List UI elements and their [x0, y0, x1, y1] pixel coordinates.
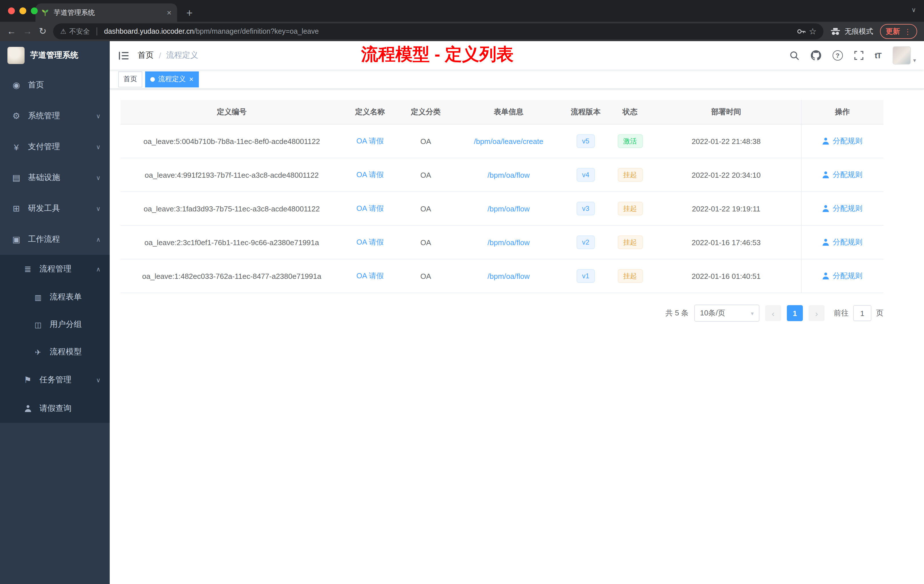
- user-icon: [823, 172, 830, 178]
- breadcrumb-home[interactable]: 首页: [138, 50, 154, 61]
- close-window-button[interactable]: [8, 7, 15, 14]
- workflow-submenu: ≣ 流程管理 ∧ ▥ 流程表单 ◫ 用户分组 ✈ 流程模型: [0, 255, 110, 423]
- version-tag: v3: [576, 201, 595, 216]
- maximize-window-button[interactable]: [31, 7, 38, 14]
- action-label: 分配规则: [833, 237, 863, 247]
- definition-id: oa_leave:3:1fad3d93-7b75-11ec-a3c8-acde4…: [120, 192, 343, 226]
- goto-page-input[interactable]: [853, 305, 871, 321]
- form-link[interactable]: /bpm/oa/flow: [487, 171, 530, 179]
- back-icon[interactable]: ←: [7, 27, 16, 36]
- user-icon: [823, 272, 830, 279]
- col-definition-name: 定义名称: [343, 100, 397, 124]
- person-icon: [23, 404, 33, 413]
- form-link[interactable]: /bpm/oa/flow: [487, 272, 530, 280]
- form-link[interactable]: /bpm/oa/flow: [487, 204, 530, 213]
- definition-category: OA: [397, 192, 454, 226]
- table-row: oa_leave:1:482ec033-762a-11ec-8477-a2380…: [120, 259, 883, 293]
- tag-close-icon[interactable]: ×: [189, 76, 193, 83]
- deploy-time: 2022-01-22 21:48:38: [652, 124, 801, 158]
- font-size-icon[interactable]: tT: [875, 51, 881, 60]
- chevron-down-icon: ∨: [96, 205, 101, 212]
- sidebar-item-label: 基础设施: [28, 173, 60, 183]
- col-definition-id: 定义编号: [120, 100, 343, 124]
- deploy-time: 2022-01-16 01:40:51: [652, 259, 801, 293]
- update-label: 更新: [886, 26, 900, 36]
- definition-category: OA: [397, 124, 454, 158]
- sidebar-item-leave-query[interactable]: 请假查询: [0, 394, 110, 423]
- version-tag: v1: [576, 269, 595, 283]
- collapse-sidebar-icon[interactable]: [110, 51, 138, 60]
- definition-name-link[interactable]: OA 请假: [356, 204, 383, 213]
- bookmark-star-icon[interactable]: ☆: [809, 26, 817, 36]
- forward-icon[interactable]: →: [23, 27, 32, 36]
- caret-down-icon: ▾: [913, 57, 916, 64]
- assign-rule-button[interactable]: 分配规则: [823, 170, 863, 180]
- app-title: 芋道管理系统: [30, 50, 78, 61]
- table-row: oa_leave:3:1fad3d93-7b75-11ec-a3c8-acde4…: [120, 192, 883, 226]
- chevron-down-icon: ∨: [96, 376, 101, 384]
- address-bar[interactable]: ⚠ 不安全 dashboard.yudao.iocoder.cn/bpm/man…: [53, 23, 823, 40]
- form-link[interactable]: /bpm/oa/flow: [487, 238, 530, 247]
- sidebar-item-process-form[interactable]: ▥ 流程表单: [0, 284, 110, 311]
- sidebar-item-infrastructure[interactable]: ▤ 基础设施 ∨: [0, 162, 110, 193]
- sidebar-item-devtools[interactable]: ⊞ 研发工具 ∨: [0, 193, 110, 224]
- tab-search-caret-icon[interactable]: ∨: [911, 6, 916, 14]
- status-tag: 挂起: [617, 235, 643, 249]
- definition-name-link[interactable]: OA 请假: [356, 137, 383, 145]
- incognito-icon: [830, 28, 841, 35]
- sidebar-item-workflow[interactable]: ▣ 工作流程 ∧: [0, 224, 110, 255]
- assign-rule-button[interactable]: 分配规则: [823, 136, 863, 146]
- form-link[interactable]: /bpm/oa/leave/create: [474, 137, 543, 145]
- action-label: 分配规则: [833, 136, 863, 146]
- prev-page-button[interactable]: ‹: [765, 305, 781, 321]
- assign-rule-button[interactable]: 分配规则: [823, 237, 863, 247]
- sidebar-item-label: 支付管理: [28, 142, 60, 152]
- fullscreen-icon[interactable]: [854, 51, 863, 60]
- security-indicator[interactable]: ⚠ 不安全: [60, 26, 90, 36]
- user-menu[interactable]: ▾: [893, 46, 916, 64]
- github-icon[interactable]: [811, 50, 821, 61]
- user-icon: [823, 239, 830, 246]
- search-icon[interactable]: [790, 51, 799, 60]
- pagination: 共 5 条 10条/页 ▾ ‹ 1 › 前往 页: [120, 305, 883, 322]
- status-tag: 挂起: [617, 168, 643, 182]
- sidebar-item-system[interactable]: ⚙ 系统管理 ∨: [0, 101, 110, 132]
- sidebar-item-task-management[interactable]: ⚑ 任务管理 ∨: [0, 366, 110, 394]
- browser-tab[interactable]: 芋道管理系统 ×: [35, 3, 177, 22]
- browser-menu-icon[interactable]: ⋮: [904, 27, 911, 36]
- password-key-icon[interactable]: [796, 27, 805, 36]
- next-page-button[interactable]: ›: [808, 305, 825, 321]
- definition-name-link[interactable]: OA 请假: [356, 271, 383, 280]
- tab-close-icon[interactable]: ×: [167, 8, 172, 17]
- breadcrumb-separator: /: [159, 51, 161, 60]
- minimize-window-button[interactable]: [20, 7, 26, 14]
- infrastructure-icon: ▤: [12, 173, 21, 183]
- definition-name-link[interactable]: OA 请假: [356, 170, 383, 179]
- version-tag: v2: [576, 235, 595, 249]
- sidebar-item-home[interactable]: ◉ 首页: [0, 70, 110, 101]
- assign-rule-button[interactable]: 分配规则: [823, 203, 863, 214]
- sidebar-item-process-model[interactable]: ✈ 流程模型: [0, 338, 110, 366]
- reload-icon[interactable]: ↻: [39, 27, 46, 36]
- tag-process-definition[interactable]: 流程定义 ×: [145, 71, 198, 87]
- dashboard-icon: ◉: [12, 80, 21, 90]
- sidebar-item-process-management[interactable]: ≣ 流程管理 ∧: [0, 255, 110, 284]
- page-number-button[interactable]: 1: [787, 305, 803, 321]
- new-tab-button[interactable]: +: [186, 7, 193, 18]
- assign-rule-button[interactable]: 分配规则: [823, 271, 863, 281]
- version-tag: v4: [576, 168, 595, 182]
- definition-name-link[interactable]: OA 请假: [356, 238, 383, 246]
- page-size-select[interactable]: 10条/页 ▾: [694, 305, 759, 322]
- avatar[interactable]: [893, 46, 911, 64]
- help-icon[interactable]: ?: [833, 50, 843, 61]
- tools-icon: ⊞: [12, 203, 21, 214]
- sidebar-item-payment[interactable]: ¥ 支付管理 ∨: [0, 132, 110, 162]
- update-chrome-button[interactable]: 更新 ⋮: [880, 24, 917, 39]
- definition-table: 定义编号 定义名称 定义分类 表单信息 流程版本 状态 部署时间 操作 oa_l: [120, 100, 883, 293]
- sidebar-item-label: 请假查询: [40, 403, 71, 414]
- sidebar-item-user-group[interactable]: ◫ 用户分组: [0, 311, 110, 338]
- tag-home[interactable]: 首页: [118, 71, 142, 87]
- sidebar-item-label: 研发工具: [28, 203, 60, 214]
- active-dot: [150, 77, 155, 81]
- chevron-up-icon: ∧: [96, 236, 101, 243]
